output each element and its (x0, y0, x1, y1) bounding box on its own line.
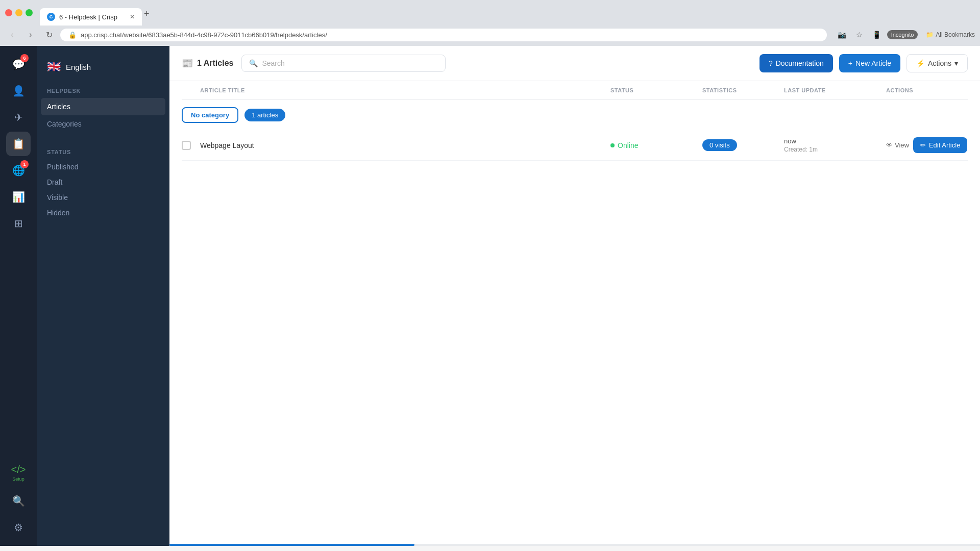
status-section-label: STATUS (37, 141, 169, 159)
sidebar-item-campaigns[interactable]: ✈ (6, 105, 31, 130)
window-controls (5, 9, 33, 16)
nav-item-categories[interactable]: Categories (37, 115, 169, 133)
bottom-bar (169, 544, 980, 546)
new-tab-button[interactable]: + (144, 9, 150, 19)
category-row: No category 1 articles (182, 100, 968, 130)
documentation-label: Documentation (776, 59, 824, 67)
header-actions: ACTIONS (886, 87, 968, 93)
sidebar-item-helpdesk[interactable]: 📋 (6, 132, 31, 156)
browser-titlebar: C 6 - Helpdesk | Crisp ✕ + (0, 0, 980, 26)
browser-actions: 📷 ☆ 📱 Incognito (835, 28, 918, 42)
sidebar-item-search[interactable]: 🔍 (6, 489, 31, 513)
search-box[interactable]: 🔍 Search (241, 55, 446, 72)
search-icon: 🔍 (249, 59, 258, 67)
articles-icon: 📰 (182, 58, 193, 69)
top-bar: 📰 1 Articles 🔍 Search ? Documentation + … (169, 46, 980, 81)
forward-button[interactable]: › (23, 28, 38, 42)
tab-bar: C 6 - Helpdesk | Crisp ✕ + (40, 0, 150, 26)
language-label: English (66, 63, 91, 71)
documentation-icon: ? (769, 59, 773, 67)
bookmarks-area: 📁 All Bookmarks (926, 31, 975, 38)
sidebar-item-contacts[interactable]: 👤 (6, 79, 31, 103)
new-article-label: New Article (855, 59, 891, 67)
browser-tab[interactable]: C 6 - Helpdesk | Crisp ✕ (40, 8, 142, 26)
edit-article-button[interactable]: ✏ Edit Article (913, 137, 967, 153)
icon-sidebar: 💬 6 👤 ✈ 📋 🌐 1 📊 ⊞ </> Setup 🔍 ⚙ (0, 46, 37, 546)
status-item-published[interactable]: Published (37, 159, 169, 174)
status-item-draft[interactable]: Draft (37, 174, 169, 190)
eye-icon: 👁 (886, 141, 893, 149)
status-item-hidden[interactable]: Hidden (37, 205, 169, 220)
sidebar-item-settings[interactable]: ⚙ (6, 515, 31, 540)
helpdesk-section-label: HELPDESK (37, 80, 169, 98)
status-label: Online (618, 141, 638, 149)
article-statistics: 0 visits (702, 139, 784, 151)
visits-badge: 0 visits (702, 139, 737, 151)
table-container: ARTICLE TITLE STATUS STATISTICS LAST UPD… (169, 81, 980, 544)
edit-label: Edit Article (929, 141, 960, 149)
view-label: View (895, 141, 909, 149)
documentation-button[interactable]: ? Documentation (760, 54, 833, 72)
articles-count-badge: 1 articles (244, 109, 285, 121)
address-text: app.crisp.chat/website/6833ae5b-844d-4c9… (81, 31, 327, 39)
actions-button[interactable]: ⚡ Actions ▾ (906, 54, 968, 72)
row-checkbox[interactable] (182, 141, 200, 150)
edit-icon: ✏ (920, 141, 926, 149)
article-status: Online (610, 141, 702, 149)
bookmarks-icon: 📁 (926, 31, 934, 38)
status-item-visible[interactable]: Visible (37, 190, 169, 205)
sidebar-item-setup[interactable]: </> Setup (6, 460, 31, 485)
header-checkbox (182, 87, 200, 93)
refresh-button[interactable]: ↻ (42, 28, 56, 42)
contacts-icon: 👤 (12, 85, 25, 97)
category-badge[interactable]: No category (182, 107, 238, 123)
header-last-update: LAST UPDATE (784, 87, 886, 93)
address-bar[interactable]: 🔒 app.crisp.chat/website/6833ae5b-844d-4… (60, 29, 827, 41)
language-selector[interactable]: 🇬🇧 English (37, 54, 169, 80)
chat-badge: 6 (20, 54, 29, 62)
top-bar-actions: ? Documentation + New Article ⚡ Actions … (760, 54, 968, 72)
row-actions: 👁 View ✏ Edit Article (886, 137, 968, 153)
status-dot (610, 143, 615, 147)
devices-icon[interactable]: 📱 (870, 28, 884, 42)
header-statistics: STATISTICS (702, 87, 784, 93)
settings-icon: ⚙ (14, 521, 23, 534)
integrations-icon: ⊞ (14, 217, 23, 230)
camera-off-icon[interactable]: 📷 (835, 28, 849, 42)
articles-count: 📰 1 Articles (182, 58, 233, 69)
article-title: Webpage Layout (200, 141, 610, 149)
incognito-badge: Incognito (887, 30, 918, 39)
close-window-button[interactable] (5, 9, 12, 16)
sidebar-item-integrations[interactable]: ⊞ (6, 211, 31, 236)
analytics-icon: 📊 (12, 191, 25, 203)
star-icon[interactable]: ☆ (852, 28, 867, 42)
sidebar-item-chat[interactable]: 💬 6 (6, 52, 31, 77)
article-last-update: now Created: 1m (784, 137, 886, 153)
app-container: 💬 6 👤 ✈ 📋 🌐 1 📊 ⊞ </> Setup 🔍 ⚙ (0, 46, 980, 546)
last-update-time: now (784, 137, 886, 145)
status-section: STATUS Published Draft Visible Hidden (37, 133, 169, 220)
tab-close-button[interactable]: ✕ (130, 13, 135, 20)
table-header: ARTICLE TITLE STATUS STATISTICS LAST UPD… (182, 81, 968, 100)
sidebar-item-analytics[interactable]: 📊 (6, 185, 31, 209)
campaigns-icon: ✈ (14, 111, 23, 123)
view-button[interactable]: 👁 View (886, 141, 909, 149)
table-row: Webpage Layout Online 0 visits now Creat… (182, 130, 968, 161)
nav-item-articles[interactable]: Articles (41, 98, 165, 115)
search-placeholder: Search (262, 59, 284, 67)
sidebar-item-globe[interactable]: 🌐 1 (6, 158, 31, 183)
setup-label: Setup (12, 477, 24, 482)
new-article-button[interactable]: + New Article (839, 54, 900, 72)
back-button[interactable]: ‹ (5, 28, 19, 42)
minimize-window-button[interactable] (15, 9, 22, 16)
articles-count-label: 1 Articles (197, 59, 233, 68)
tab-title: 6 - Helpdesk | Crisp (59, 13, 117, 21)
actions-icon: ⚡ (916, 59, 925, 67)
helpdesk-icon: 📋 (12, 138, 25, 150)
header-article-title: ARTICLE TITLE (200, 87, 610, 93)
maximize-window-button[interactable] (26, 9, 33, 16)
plus-icon: + (848, 59, 852, 67)
setup-icon: </> (11, 464, 26, 475)
bookmarks-label: All Bookmarks (936, 31, 975, 38)
nav-sidebar: 🇬🇧 English HELPDESK Articles Categories … (37, 46, 169, 546)
